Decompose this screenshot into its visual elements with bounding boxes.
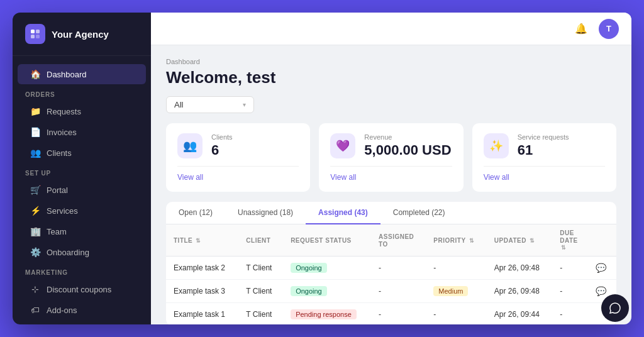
sidebar-item-dashboard[interactable]: 🏠Dashboard — [18, 64, 146, 84]
col-updated[interactable]: UPDATED ⇅ — [487, 224, 552, 257]
cell-client: T Client — [238, 257, 283, 280]
cell-priority: Medium — [426, 280, 487, 303]
main-content: 🔔 T Dashboard Welcome, test All ▾ 👥 Clie… — [151, 13, 631, 324]
addons-icon: 🏷 — [30, 305, 40, 315]
cell-assigned: - — [371, 280, 426, 303]
brand-icon — [25, 24, 45, 44]
sidebar-item-requests[interactable]: 📁Requests — [18, 101, 146, 121]
tab-completed[interactable]: Completed (22) — [380, 202, 458, 224]
col-priority[interactable]: PRIORITY ⇅ — [426, 224, 487, 257]
stat-value: 61 — [518, 142, 569, 158]
view-all-service-requests[interactable]: View all — [484, 166, 605, 182]
tab-row: Open (12)Unassigned (18)Assigned (43)Com… — [166, 202, 616, 224]
stat-card-revenue: 💜 Revenue 5,000.00 USD View all — [319, 123, 463, 192]
col-title[interactable]: TITLE ⇅ — [166, 224, 238, 257]
sort-icon-priority: ⇅ — [467, 238, 475, 244]
sidebar-item-label: Services — [47, 206, 78, 216]
cell-updated: Apr 26, 09:48 — [487, 280, 552, 303]
dashboard-icon: 🏠 — [30, 69, 40, 79]
table-section: Open (12)Unassigned (18)Assigned (43)Com… — [166, 202, 616, 324]
sidebar: Your Agency 🏠DashboardOrders📁Requests📄In… — [13, 13, 151, 324]
cell-due: - — [552, 303, 588, 325]
stat-label: Clients — [211, 133, 233, 141]
sidebar-item-clients[interactable]: 👥Clients — [18, 143, 146, 163]
team-icon: 🏢 — [30, 226, 40, 236]
sidebar-item-onboarding[interactable]: ⚙️Onboarding — [18, 242, 146, 262]
svg-rect-3 — [36, 35, 40, 38]
filter-value: All — [174, 100, 183, 109]
table-row: Example task 3T ClientOngoing-MediumApr … — [166, 280, 616, 303]
chat-icon[interactable]: 💬 — [596, 263, 606, 273]
nav-section-label: Set up — [13, 163, 151, 179]
sidebar-item-portal[interactable]: 🛒Portal — [18, 180, 146, 200]
sidebar-item-discount[interactable]: ⊹Discount coupons — [18, 279, 146, 299]
chevron-down-icon: ▾ — [243, 101, 246, 108]
tab-unassigned[interactable]: Unassigned (18) — [225, 202, 306, 224]
tab-assigned[interactable]: Assigned (43) — [306, 202, 380, 224]
stat-card-service-requests: ✨ Service requests 61 View all — [472, 123, 616, 192]
stat-info: Service requests 61 — [518, 133, 569, 158]
notification-icon[interactable]: 🔔 — [571, 19, 591, 39]
chat-icon[interactable]: 💬 — [596, 286, 606, 296]
col-chat — [588, 224, 616, 257]
cell-updated: Apr 26, 09:48 — [487, 257, 552, 280]
sidebar-item-team[interactable]: 🏢Team — [18, 221, 146, 241]
stat-value: 6 — [211, 142, 233, 158]
sidebar-item-label: Onboarding — [47, 248, 89, 257]
view-all-revenue[interactable]: View all — [330, 166, 452, 182]
col-due_date[interactable]: DUEDATE ⇅ — [552, 224, 588, 257]
sidebar-item-label: Clients — [47, 148, 72, 158]
sort-icon-title: ⇅ — [194, 238, 201, 244]
sidebar-item-services[interactable]: ⚡Services — [18, 201, 146, 221]
sort-icon-due_date: ⇅ — [561, 245, 567, 251]
sidebar-nav: 🏠DashboardOrders📁Requests📄Invoices👥Clien… — [13, 56, 151, 324]
cell-priority: - — [426, 257, 487, 280]
stat-label: Service requests — [518, 133, 569, 141]
chat-button[interactable] — [601, 294, 629, 322]
col-request_status: REQUEST STATUS — [283, 224, 371, 257]
stat-value: 5,000.00 USD — [364, 142, 451, 158]
revenue-icon: 💜 — [330, 133, 355, 158]
tab-open[interactable]: Open (12) — [166, 202, 225, 224]
cell-title: Example task 1 — [166, 303, 238, 325]
stats-row: 👥 Clients 6 View all 💜 Revenue 5,000.00 … — [166, 123, 616, 192]
services-icon: ⚡ — [30, 206, 40, 216]
table-row: Example task 1T ClientPending response--… — [166, 303, 616, 325]
view-all-clients[interactable]: View all — [177, 166, 299, 182]
stat-info: Revenue 5,000.00 USD — [364, 133, 451, 158]
avatar[interactable]: T — [599, 19, 619, 39]
content-area: Dashboard Welcome, test All ▾ 👥 Clients … — [151, 45, 631, 324]
svg-rect-0 — [31, 30, 35, 33]
cell-client: T Client — [238, 303, 283, 325]
sidebar-item-label: Portal — [47, 185, 68, 195]
sidebar-item-label: Dashboard — [47, 70, 87, 79]
sort-icon-updated: ⇅ — [528, 238, 535, 244]
breadcrumb: Dashboard — [166, 58, 616, 65]
sidebar-item-addons[interactable]: 🏷Add-ons — [18, 300, 146, 320]
sidebar-item-label: Invoices — [47, 128, 77, 137]
col-assigned_to: ASSIGNEDTO — [371, 224, 426, 257]
stat-card-clients: 👥 Clients 6 View all — [166, 123, 310, 192]
invoices-icon: 📄 — [30, 127, 40, 137]
col-client: CLIENT — [238, 224, 283, 257]
cell-due: - — [552, 257, 588, 280]
sidebar-item-label: Discount coupons — [47, 285, 111, 294]
cell-updated: Apr 26, 09:44 — [487, 303, 552, 325]
filter-dropdown[interactable]: All ▾ — [166, 96, 254, 113]
stat-card-inner: 👥 Clients 6 — [177, 133, 299, 158]
discount-icon: ⊹ — [30, 284, 40, 294]
requests-icon: 📁 — [30, 106, 40, 116]
sidebar-item-label: Add-ons — [47, 306, 77, 315]
nav-section-label: Orders — [13, 85, 151, 101]
clients-icon: 👥 — [177, 133, 203, 158]
brand-name: Your Agency — [52, 29, 109, 40]
clients-icon: 👥 — [30, 148, 40, 158]
cell-client: T Client — [238, 280, 283, 303]
cell-chat[interactable]: 💬 — [588, 257, 616, 280]
sidebar-item-invoices[interactable]: 📄Invoices — [18, 122, 146, 142]
stat-info: Clients 6 — [211, 133, 233, 158]
portal-icon: 🛒 — [30, 185, 40, 195]
sidebar-item-label: Requests — [47, 107, 81, 116]
stat-label: Revenue — [364, 133, 451, 141]
cell-priority: - — [426, 303, 487, 325]
